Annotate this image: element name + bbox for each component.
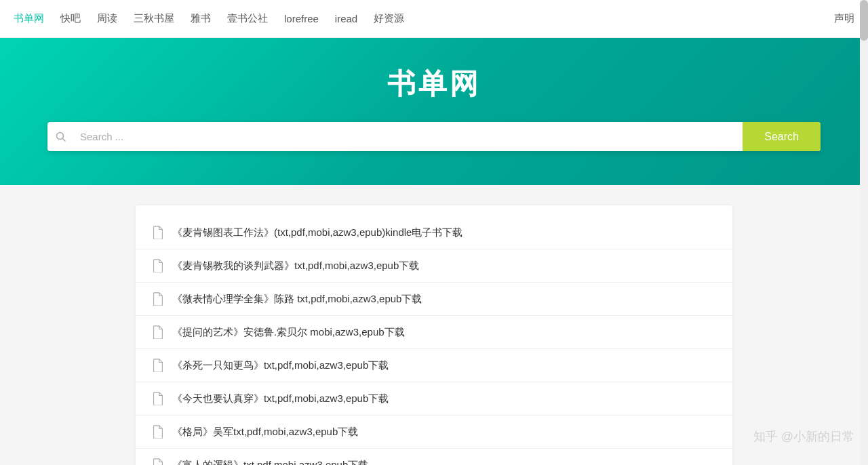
nav-item-sanqiu[interactable]: 三秋书屋 bbox=[134, 12, 174, 25]
search-input[interactable] bbox=[75, 122, 743, 151]
nav-item-lorefree[interactable]: lorefree bbox=[284, 13, 319, 24]
item-text: 《格局》吴军txt,pdf,mobi,azw3,epub下载 bbox=[172, 426, 358, 439]
book-list: 《麦肯锡图表工作法》(txt,pdf,mobi,azw3,epub)kindle… bbox=[136, 205, 732, 465]
nav-left: 书单网 快吧 周读 三秋书屋 雅书 壹书公社 lorefree iread 好资… bbox=[14, 12, 404, 25]
file-icon bbox=[152, 425, 164, 439]
content-area: 《麦肯锡图表工作法》(txt,pdf,mobi,azw3,epub)kindle… bbox=[0, 185, 868, 465]
item-text: 《富人的逻辑》txt,pdf,mobi,azw3,epub下载 bbox=[172, 459, 368, 466]
list-item[interactable]: 《麦肯锡教我的谈判武器》txt,pdf,mobi,azw3,epub下载 bbox=[136, 249, 732, 283]
item-text: 《微表情心理学全集》陈路 txt,pdf,mobi,azw3,epub下载 bbox=[172, 293, 422, 306]
hero-title: 书单网 bbox=[387, 65, 481, 103]
nav-item-yashu[interactable]: 雅书 bbox=[191, 12, 211, 25]
svg-line-1 bbox=[63, 138, 66, 141]
search-button[interactable]: Search bbox=[743, 122, 821, 151]
file-icon bbox=[152, 259, 164, 272]
nav-item-zhoudou[interactable]: 周读 bbox=[97, 12, 117, 25]
item-text: 《提问的艺术》安德鲁.索贝尔 mobi,azw3,epub下载 bbox=[172, 326, 405, 339]
nav-item-yishu[interactable]: 壹书公社 bbox=[227, 12, 268, 25]
top-navigation: 书单网 快吧 周读 三秋书屋 雅书 壹书公社 lorefree iread 好资… bbox=[0, 0, 868, 38]
list-item[interactable]: 《富人的逻辑》txt,pdf,mobi,azw3,epub下载 bbox=[136, 449, 732, 465]
list-item[interactable]: 《麦肯锡图表工作法》(txt,pdf,mobi,azw3,epub)kindle… bbox=[136, 216, 732, 249]
search-bar: Search bbox=[47, 122, 821, 151]
file-icon bbox=[152, 392, 164, 405]
item-text: 《麦肯锡图表工作法》(txt,pdf,mobi,azw3,epub)kindle… bbox=[172, 226, 462, 239]
scrollbar-thumb[interactable] bbox=[860, 0, 868, 41]
list-item[interactable]: 《格局》吴军txt,pdf,mobi,azw3,epub下载 bbox=[136, 416, 732, 449]
nav-item-kuaba[interactable]: 快吧 bbox=[60, 12, 81, 25]
list-item[interactable]: 《提问的艺术》安德鲁.索贝尔 mobi,azw3,epub下载 bbox=[136, 316, 732, 349]
scrollbar-track[interactable] bbox=[860, 0, 868, 465]
nav-item-shudanwang[interactable]: 书单网 bbox=[14, 12, 44, 25]
list-item[interactable]: 《微表情心理学全集》陈路 txt,pdf,mobi,azw3,epub下载 bbox=[136, 283, 732, 316]
item-text: 《麦肯锡教我的谈判武器》txt,pdf,mobi,azw3,epub下载 bbox=[172, 260, 419, 272]
nav-right-statement[interactable]: 声明 bbox=[834, 12, 854, 25]
item-text: 《今天也要认真穿》txt,pdf,mobi,azw3,epub下载 bbox=[172, 392, 389, 405]
file-icon bbox=[152, 325, 164, 339]
file-icon bbox=[152, 226, 164, 239]
file-icon bbox=[152, 359, 164, 372]
nav-item-haoziyuan[interactable]: 好资源 bbox=[374, 12, 404, 25]
list-item[interactable]: 《今天也要认真穿》txt,pdf,mobi,azw3,epub下载 bbox=[136, 382, 732, 416]
hero-banner: 书单网 Search bbox=[0, 38, 868, 185]
search-icon bbox=[47, 122, 75, 151]
nav-item-iread[interactable]: iread bbox=[335, 13, 357, 24]
file-icon bbox=[152, 458, 164, 465]
item-text: 《杀死一只知更鸟》txt,pdf,mobi,azw3,epub下载 bbox=[172, 359, 389, 372]
file-icon bbox=[152, 292, 164, 306]
list-item[interactable]: 《杀死一只知更鸟》txt,pdf,mobi,azw3,epub下载 bbox=[136, 349, 732, 382]
